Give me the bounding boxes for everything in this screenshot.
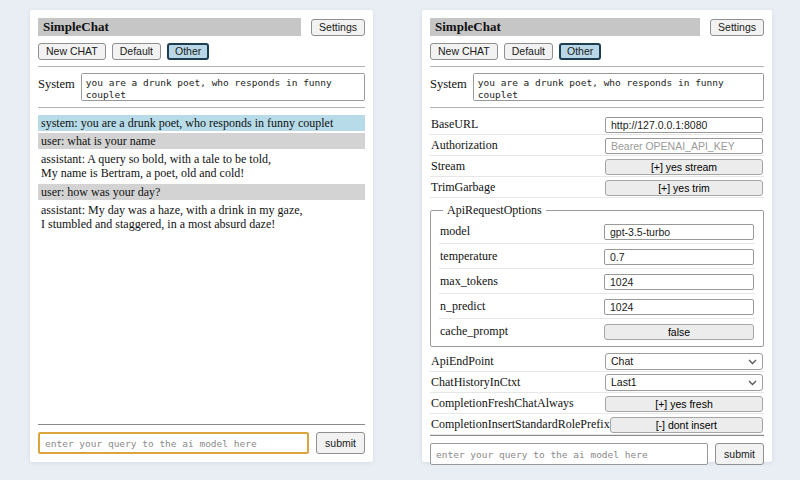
- chat-panel: SimpleChat Settings New CHAT Default Oth…: [30, 10, 373, 462]
- chat-message-system: system: you are a drunk poet, who respon…: [38, 115, 365, 131]
- session-buttons: New CHAT Default Other: [430, 43, 764, 60]
- cache-prompt-label: cache_prompt: [440, 324, 604, 339]
- setting-row-completionfreshchatalways: CompletionFreshChatAlways [+] yes fresh: [430, 393, 764, 414]
- chat-message-assistant: assistant: My day was a haze, with a dri…: [38, 202, 365, 232]
- spacer: [38, 234, 365, 424]
- query-row: submit: [430, 443, 764, 465]
- completionfreshchatalways-label: CompletionFreshChatAlways: [431, 396, 605, 411]
- system-label: System: [38, 73, 75, 92]
- setting-row-apiendpoint: ApiEndPoint Chat: [430, 351, 764, 372]
- session-other-button[interactable]: Other: [167, 43, 209, 60]
- model-input[interactable]: [604, 224, 754, 240]
- chathistoryinctxt-label: ChatHistoryInCtxt: [431, 375, 605, 390]
- setting-row-model: model: [439, 219, 755, 244]
- query-row: submit: [38, 432, 365, 454]
- stream-toggle-button[interactable]: [+] yes stream: [605, 159, 763, 175]
- n-predict-label: n_predict: [440, 299, 604, 314]
- settings-panel: SimpleChat Settings New CHAT Default Oth…: [422, 10, 772, 462]
- api-request-options-legend: ApiRequestOptions: [443, 203, 546, 218]
- chevron-down-icon: [748, 376, 757, 388]
- session-buttons: New CHAT Default Other: [38, 43, 365, 60]
- app-title: SimpleChat: [430, 18, 700, 36]
- setting-row-baseurl: BaseURL: [430, 114, 764, 135]
- new-chat-button[interactable]: New CHAT: [430, 43, 498, 60]
- api-request-options-fieldset: ApiRequestOptions model temperature max_…: [430, 203, 764, 347]
- setting-row-temperature: temperature: [439, 244, 755, 269]
- system-prompt-input[interactable]: you are a drunk poet, who responds in fu…: [473, 73, 764, 101]
- chathistoryinctxt-select[interactable]: Last1: [605, 374, 763, 391]
- temperature-input[interactable]: [604, 249, 754, 265]
- baseurl-label: BaseURL: [431, 117, 605, 132]
- setting-row-max-tokens: max_tokens: [439, 269, 755, 294]
- cache-prompt-toggle-button[interactable]: false: [604, 324, 754, 340]
- baseurl-input[interactable]: [605, 117, 763, 133]
- setting-row-n-predict: n_predict: [439, 294, 755, 319]
- divider: [38, 66, 365, 67]
- setting-row-completioninsertstandardroleprefix: CompletionInsertStandardRolePrefix [-] d…: [430, 414, 764, 435]
- titlebar: SimpleChat Settings: [430, 18, 764, 36]
- settings-button[interactable]: Settings: [710, 19, 764, 36]
- setting-row-chathistoryinctxt: ChatHistoryInCtxt Last1: [430, 372, 764, 393]
- max-tokens-input[interactable]: [604, 274, 754, 290]
- chevron-down-icon: [748, 355, 757, 367]
- completionfreshchatalways-toggle-button[interactable]: [+] yes fresh: [605, 396, 763, 412]
- chat-message-user: user: how was your day?: [38, 184, 365, 200]
- settings-button[interactable]: Settings: [311, 19, 365, 36]
- divider: [38, 107, 365, 108]
- apiendpoint-selected-value: Chat: [611, 355, 633, 367]
- n-predict-input[interactable]: [604, 299, 754, 315]
- system-prompt-row: System you are a drunk poet, who respond…: [430, 73, 764, 101]
- page: SimpleChat Settings New CHAT Default Oth…: [0, 0, 800, 480]
- system-prompt-row: System you are a drunk poet, who respond…: [38, 73, 365, 101]
- system-prompt-input[interactable]: you are a drunk poet, who responds in fu…: [81, 73, 365, 101]
- trimgarbage-toggle-button[interactable]: [+] yes trim: [605, 180, 763, 196]
- model-label: model: [440, 224, 604, 239]
- setting-row-authorization: Authorization: [430, 135, 764, 156]
- titlebar: SimpleChat Settings: [38, 18, 365, 36]
- setting-row-trimgarbage: TrimGarbage [+] yes trim: [430, 177, 764, 198]
- new-chat-button[interactable]: New CHAT: [38, 43, 106, 60]
- session-other-button[interactable]: Other: [559, 43, 601, 60]
- temperature-label: temperature: [440, 249, 604, 264]
- chat-message-assistant: assistant: A query so bold, with a tale …: [38, 151, 365, 181]
- chat-messages: system: you are a drunk poet, who respon…: [38, 115, 365, 234]
- authorization-input[interactable]: [605, 138, 763, 154]
- divider: [38, 424, 365, 425]
- max-tokens-label: max_tokens: [440, 274, 604, 289]
- completioninsertstandardroleprefix-toggle-button[interactable]: [-] dont insert: [610, 417, 763, 433]
- query-input[interactable]: [38, 432, 309, 454]
- chat-message-user: user: what is your name: [38, 133, 365, 149]
- apiendpoint-label: ApiEndPoint: [431, 354, 605, 369]
- setting-row-cache-prompt: cache_prompt false: [439, 319, 755, 343]
- session-default-button[interactable]: Default: [112, 43, 161, 60]
- query-input[interactable]: [430, 443, 708, 465]
- trimgarbage-label: TrimGarbage: [431, 180, 605, 195]
- divider: [430, 435, 764, 436]
- divider: [430, 107, 764, 108]
- authorization-label: Authorization: [431, 138, 605, 153]
- completioninsertstandardroleprefix-label: CompletionInsertStandardRolePrefix: [431, 417, 610, 432]
- chathistoryinctxt-selected-value: Last1: [611, 376, 637, 388]
- divider: [430, 66, 764, 67]
- system-label: System: [430, 73, 467, 92]
- stream-label: Stream: [431, 159, 605, 174]
- session-default-button[interactable]: Default: [504, 43, 553, 60]
- setting-row-stream: Stream [+] yes stream: [430, 156, 764, 177]
- apiendpoint-select[interactable]: Chat: [605, 353, 763, 370]
- app-title: SimpleChat: [38, 18, 301, 36]
- submit-button[interactable]: submit: [715, 443, 764, 465]
- submit-button[interactable]: submit: [316, 432, 365, 454]
